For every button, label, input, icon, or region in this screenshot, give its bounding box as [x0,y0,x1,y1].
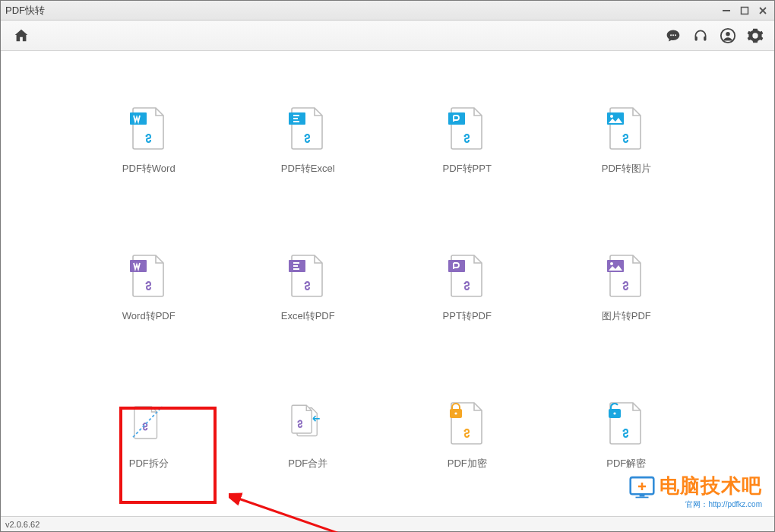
tool-pdf-decrypt[interactable]: PDF解密 [577,399,675,470]
svg-point-14 [305,135,306,137]
tool-label: PDF解密 [606,457,646,470]
close-button[interactable] [756,4,770,17]
svg-rect-24 [448,260,465,272]
status-bar: v2.0.6.62 [1,516,774,531]
tool-label: PDF拆分 [129,457,169,470]
tool-pdf-to-excel[interactable]: PDF转Excel [258,104,357,176]
tool-label: PPT转PDF [443,309,492,323]
tool-label: PDF转Word [122,162,176,176]
svg-rect-8 [704,36,706,40]
tool-pdf-to-image[interactable]: PDF转图片 [577,104,675,176]
svg-point-5 [672,34,674,36]
pdf-to-image-icon [605,104,647,151]
tool-pdf-merge[interactable]: PDF合并 [258,399,357,470]
svg-point-27 [610,262,613,265]
svg-rect-7 [695,36,698,40]
svg-point-23 [305,283,306,284]
tool-label: Word转PDF [122,309,176,323]
svg-point-12 [145,135,147,137]
ppt-to-pdf-icon [446,252,489,299]
tool-pdf-encrypt[interactable]: PDF加密 [418,399,517,470]
maximize-button[interactable] [738,4,751,17]
tool-image-to-pdf[interactable]: 图片转PDF [577,252,675,323]
tool-label: Excel转PDF [281,309,335,323]
tool-word-to-pdf[interactable]: Word转PDF [100,252,198,323]
headset-icon[interactable] [691,26,710,46]
tool-ppt-to-pdf[interactable]: PPT转PDF [418,252,517,323]
tool-label: PDF转PPT [443,162,492,176]
chat-icon[interactable] [663,26,683,46]
svg-point-19 [623,135,625,137]
pdf-to-word-icon [128,104,170,151]
svg-point-4 [670,34,672,36]
toolbar [1,21,774,51]
content-area: PDF转Word PDF转Excel PDF转PPT PDF转图片 [1,51,774,516]
minimize-button[interactable] [720,4,733,17]
title-bar: PDF快转 [1,1,774,21]
svg-point-10 [726,31,730,36]
svg-point-31 [298,421,299,423]
svg-point-16 [463,135,465,137]
svg-point-37 [623,430,625,432]
window-title: PDF快转 [5,4,45,17]
settings-icon[interactable] [745,26,765,46]
svg-rect-15 [448,112,465,125]
svg-point-18 [610,115,613,118]
tool-label: PDF合并 [288,457,327,470]
svg-point-21 [145,283,147,284]
pdf-decrypt-icon [605,399,647,446]
version-label: v2.0.6.62 [5,520,40,529]
tool-pdf-to-word[interactable]: PDF转Word [100,104,198,176]
word-to-pdf-icon [128,252,170,299]
svg-point-36 [614,412,616,414]
tool-pdf-to-ppt[interactable]: PDF转PPT [418,104,517,176]
svg-rect-1 [742,7,748,14]
home-button[interactable] [11,26,31,46]
pdf-encrypt-icon [446,399,489,446]
svg-point-6 [675,34,676,36]
pdf-to-ppt-icon [446,104,489,151]
tool-pdf-split[interactable]: PDF拆分 [100,399,198,470]
tool-label: PDF转Excel [281,162,335,176]
tool-label: PDF转图片 [602,162,651,176]
svg-point-33 [454,412,457,414]
tool-label: 图片转PDF [602,309,651,323]
pdf-merge-icon [286,399,329,446]
tool-excel-to-pdf[interactable]: Excel转PDF [258,252,357,323]
svg-point-34 [463,430,465,432]
watermark-url: 官网：http://pdfkz.com [685,499,762,510]
pdf-split-icon [128,399,170,446]
svg-point-25 [463,283,465,284]
image-to-pdf-icon [605,252,647,299]
user-icon[interactable] [718,26,738,46]
svg-point-28 [623,283,625,284]
tool-label: PDF加密 [448,457,487,470]
pdf-to-excel-icon [286,104,329,151]
excel-to-pdf-icon [286,252,329,299]
